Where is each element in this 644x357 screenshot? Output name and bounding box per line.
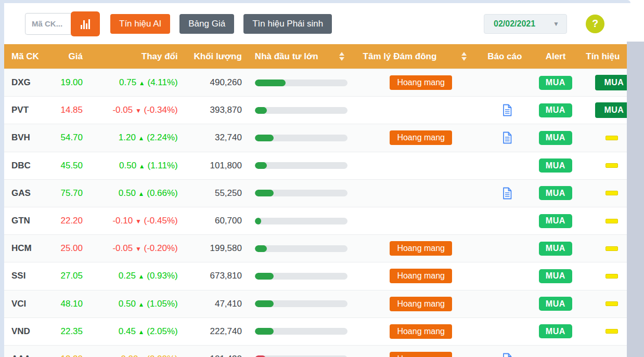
report-cell [477,318,532,345]
change-cell: -0.05 ▼ (-0.20%) [87,235,184,262]
crowd-sentiment-cell: Hoang mang [357,235,477,262]
crowd-sentiment-badge: Hoang mang [390,130,452,145]
table-row-PVT[interactable]: PVT14.85-0.05 ▼ (-0.34%)393,870MUAMUA [4,96,627,124]
price-cell: 27.05 [47,262,87,289]
crowd-sentiment-cell: Hoang mang [357,124,477,151]
alert-buy-badge: MUA [539,214,572,228]
table-row-AAA[interactable]: AAA12.200.00 ■ (0.00%)101,430Hoang mang [4,345,627,357]
table-row-BVH[interactable]: BVH54.701.20 ▲ (2.24%)32,740Hoang mangMU… [4,124,627,151]
change: 0.75 ▲ (4.11%) [119,77,178,88]
price-board-button[interactable]: Bảng Giá [179,14,234,34]
change: 0.50 ▲ (0.66%) [119,188,178,199]
ticker: HCM [11,243,32,254]
signal-neutral-dash-icon [606,136,618,140]
big-investor-bar [255,300,347,307]
crowd-sentiment-badge: Hoang mang [390,241,452,256]
price: 14.85 [60,105,83,115]
search-input[interactable] [25,13,72,35]
change: 0.00 ■ (0.00%) [121,354,177,357]
chart-search-button[interactable] [71,11,100,36]
header-khoi-luong: Khối lượng [184,44,248,69]
ticker: BVH [11,133,30,143]
header-tam-ly-dam-dong[interactable]: Tâm lý Đám đông [357,44,478,69]
ai-signal-button[interactable]: Tín hiệu AI [110,14,170,34]
table-row-DXG[interactable]: DXG19.000.75 ▲ (4.11%)490,260Hoang mangM… [4,69,627,96]
ticker-cell: VCI [4,290,47,318]
price-cell: 45.50 [47,152,87,179]
change-direction-icon: ▼ [135,107,141,114]
volume-cell: 673,810 [184,262,248,289]
table-row-SSI[interactable]: SSI27.050.25 ▲ (0.93%)673,810Hoang mangM… [4,262,627,289]
price-cell: 75.70 [47,180,87,207]
report-document-icon[interactable] [502,187,512,200]
ticker: SSI [11,271,25,281]
report-document-icon[interactable] [502,104,512,116]
page-top-border [0,0,630,3]
price-cell: 12.20 [47,346,87,357]
derivatives-signal-button[interactable]: Tìn hiệu Phái sinh [243,14,332,34]
signal-neutral-dash-icon [606,246,618,251]
price: 54.70 [60,133,83,143]
signal-buy-badge: MUA [595,102,627,118]
change: -0.05 ▼ (-0.34%) [112,105,177,115]
sort-icon[interactable] [339,52,344,61]
signal-cell [578,180,627,207]
signal-neutral-dash-icon [606,163,618,168]
date-picker[interactable]: 02/02/2021 ▼ [484,14,567,34]
big-investor-cell [248,124,357,151]
change-direction-icon: ▲ [139,163,145,170]
table-row-VND[interactable]: VND22.350.45 ▲ (2.05%)222,740Hoang mangM… [4,318,627,345]
change-direction-icon: ▲ [138,135,145,142]
report-document-icon[interactable] [502,353,512,357]
report-document-icon[interactable] [502,131,512,144]
crowd-sentiment-cell: Hoang mang [357,262,477,289]
table-row-GAS[interactable]: GAS75.700.50 ▲ (0.66%)55,250MUA [4,179,627,207]
report-cell [477,290,532,318]
change: 0.25 ▲ (0.93%) [119,271,178,281]
ticker: DBC [11,161,31,171]
header-label: Giá [69,51,83,62]
crowd-sentiment-cell: Hoang mang [357,290,477,318]
price-cell: 19.00 [47,69,87,96]
table-row-HCM[interactable]: HCM25.00-0.05 ▼ (-0.20%)199,580Hoang man… [4,234,627,262]
big-investor-bar [255,245,347,252]
alert-buy-badge: MUA [539,131,572,145]
price: 12.20 [60,354,83,357]
change-cell: -0.10 ▼ (-0.45%) [87,207,184,234]
volume: 222,740 [210,326,242,337]
big-investor-bar [255,218,347,224]
scrollbar-track[interactable] [627,42,644,357]
alert-buy-badge: MUA [539,297,572,311]
big-investor-cell [248,235,357,262]
crowd-sentiment-cell: Hoang mang [357,346,477,357]
volume: 490,260 [210,77,242,88]
alert-cell: MUA [532,318,578,345]
header-alert: Alert [532,44,578,69]
volume-cell: 60,700 [184,207,248,234]
price: 22.35 [60,326,83,337]
alert-cell: MUA [532,235,578,262]
ticker: VND [11,326,30,337]
crowd-sentiment-cell [357,207,477,234]
big-investor-cell [248,346,357,357]
bar-chart-icon [81,19,90,29]
volume: 673,810 [210,271,242,281]
header-nha-dau-tu-lon[interactable]: Nhà đầu tư lớn [248,44,357,69]
table-row-VCI[interactable]: VCI48.100.50 ▲ (1.05%)47,410Hoang mangMU… [4,290,627,318]
ticker-cell: PVT [4,97,47,124]
volume: 101,800 [210,161,242,171]
change: 1.20 ▲ (2.24%) [119,133,178,143]
alert-buy-badge: MUA [539,324,572,338]
help-button[interactable]: ? [586,15,604,33]
table-row-DBC[interactable]: DBC45.500.50 ▲ (1.11%)101,800MUA [4,152,627,179]
ticker: GAS [11,188,31,199]
sort-icon[interactable] [461,52,467,61]
big-investor-cell [248,318,357,345]
change: 0.50 ▲ (1.05%) [119,299,178,309]
change-direction-icon: ▲ [138,190,145,197]
signal-cell [578,124,627,151]
change-direction-icon: ▼ [135,218,141,225]
big-investor-bar [255,190,347,196]
crowd-sentiment-cell: Hoang mang [357,318,477,345]
table-row-GTN[interactable]: GTN22.20-0.10 ▼ (-0.45%)60,700MUA [4,207,627,234]
